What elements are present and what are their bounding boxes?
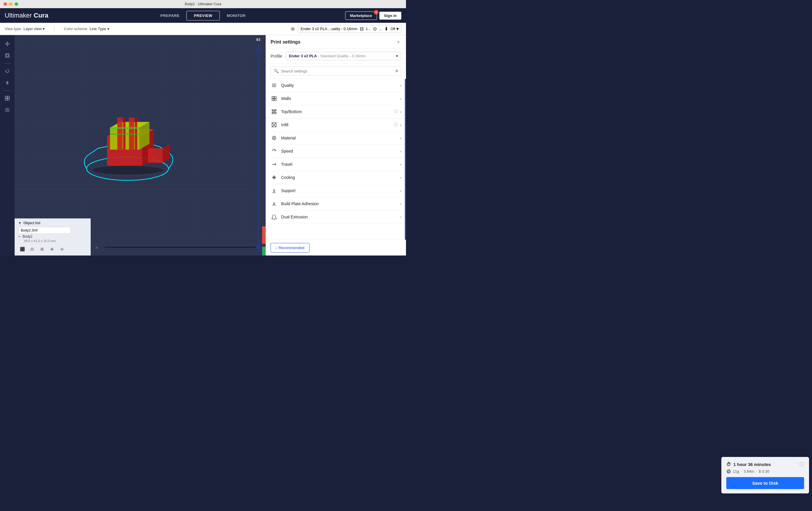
cooling-actions: › [400, 175, 401, 180]
tab-monitor[interactable]: MONITOR [220, 11, 253, 21]
marketplace-badge: 1 [374, 10, 378, 14]
object-delete-icon[interactable]: ⊖ [58, 245, 66, 253]
grid-tool-button[interactable] [2, 93, 12, 103]
chevron-down-icon: ▾ [396, 54, 398, 58]
infill-info-icon[interactable]: ⓘ [394, 122, 398, 127]
object-file-input[interactable] [18, 227, 71, 234]
window-controls[interactable] [3, 2, 18, 6]
recommended-row: ‹ Recommended [266, 240, 406, 256]
svg-rect-22 [110, 127, 139, 129]
settings-list: Quality › Walls › [266, 79, 406, 240]
save-icon: ⬇ [384, 26, 388, 32]
speed-label: Speed [281, 149, 397, 153]
edit-icon[interactable]: ✏ [18, 235, 21, 239]
settings-item-infill[interactable]: Infill ⓘ › [266, 118, 406, 131]
settings-item-cooling[interactable]: Cooling › [266, 171, 406, 184]
minimize-button[interactable] [9, 2, 12, 6]
speed-chevron: › [400, 149, 401, 153]
svg-marker-25 [163, 144, 170, 163]
settings-item-buildplate[interactable]: Build Plate Adhesion › [266, 197, 406, 210]
topbottom-label: Top/Bottom [281, 109, 390, 114]
rotate-tool-button[interactable] [2, 66, 12, 76]
svg-rect-30 [274, 99, 276, 100]
buildplate-chevron: › [400, 202, 401, 206]
layer-handle-top[interactable] [256, 47, 261, 52]
support-actions: › [400, 188, 401, 193]
object-duplicate-icon[interactable]: ⊕ [48, 245, 56, 253]
search-input[interactable] [281, 69, 393, 73]
settings-item-support[interactable]: Support › [266, 184, 406, 197]
settings-icon[interactable] [290, 26, 296, 32]
svg-rect-4 [8, 96, 9, 98]
cooling-label: Cooling [281, 175, 397, 180]
green-mark [262, 247, 266, 256]
settings-item-speed[interactable]: Speed › [266, 145, 406, 158]
settings-item-material[interactable]: Material › [266, 131, 406, 145]
settings-blue-bar [405, 79, 406, 240]
signin-button[interactable]: Sign in [379, 12, 401, 20]
svg-rect-29 [272, 99, 274, 100]
settings-item-walls[interactable]: Walls › [266, 92, 406, 105]
svg-rect-6 [8, 98, 9, 100]
app-name-light: Ultimaker [5, 12, 32, 19]
view-type-select[interactable]: Layer view ▾ [23, 27, 45, 31]
filter-icon[interactable]: ≡ [396, 68, 398, 74]
scale-tool-button[interactable] [2, 50, 12, 61]
nav-right: Marketplace 1 Sign in [345, 11, 402, 20]
progress-track[interactable] [104, 247, 260, 248]
buildplate-icon [270, 200, 278, 207]
profile-select[interactable]: Ender 3 v2 PLA - Standard Quality - 0.16… [286, 52, 401, 60]
panel-close-button[interactable]: × [396, 39, 401, 45]
recommended-button[interactable]: ‹ Recommended [270, 243, 310, 252]
play-button[interactable]: ▶ [94, 244, 100, 251]
object-cube-icon[interactable]: ⬛ [18, 245, 26, 253]
nozzle-icon: ⊙ [373, 26, 377, 32]
object-item: ✏ Body2 [18, 234, 87, 239]
tab-preview[interactable]: PREVIEW [186, 11, 220, 21]
settings-item-topbottom[interactable]: Top/Bottom ⓘ › [266, 105, 406, 118]
marketplace-button[interactable]: Marketplace 1 [345, 11, 377, 20]
tool-separator-2 [3, 90, 11, 91]
quality-chevron: › [400, 83, 401, 88]
titlebar: Body2 - Ultimaker Cura [0, 0, 406, 8]
speed-icon [270, 148, 278, 155]
mirror-tool-button[interactable] [2, 78, 12, 88]
settings-item-travel[interactable]: Travel › [266, 158, 406, 171]
close-button[interactable] [3, 2, 7, 6]
nozzle-dots: ... [379, 27, 382, 31]
main-area: ▼ Object list ✏ Body2 48.0 x 41.5 x 15.0… [0, 35, 406, 256]
maximize-button[interactable] [14, 2, 18, 6]
top-navigation: Ultimaker Cura PREPARE PREVIEW MONITOR M… [0, 8, 406, 23]
move-tool-button[interactable] [2, 38, 12, 49]
viewport[interactable]: ▼ Object list ✏ Body2 48.0 x 41.5 x 15.0… [14, 35, 266, 256]
object-icon-buttons: ⬛ ⊟ ⊞ ⊕ ⊖ [18, 245, 87, 253]
color-scheme-select[interactable]: Line Type ▾ [89, 27, 109, 31]
3d-model [72, 101, 183, 189]
travel-chevron: › [400, 162, 401, 167]
layer-count: 1... [366, 27, 371, 31]
dualextrusion-label: Dual Extrusion [281, 215, 397, 219]
layer-track[interactable] [257, 43, 259, 253]
settings-item-dualextrusion[interactable]: Dual Extrusion › [266, 210, 406, 223]
color-scheme-label: Color scheme [64, 27, 87, 31]
settings-item-quality[interactable]: Quality › [266, 79, 406, 92]
topbottom-info-icon[interactable]: ⓘ [394, 109, 398, 114]
profile-name: Ender 3 v2 PLA [289, 54, 317, 58]
svg-rect-27 [272, 96, 274, 98]
object-grid-icon[interactable]: ⊞ [38, 245, 46, 253]
profile-label: Profile [270, 54, 282, 58]
walls-label: Walls [281, 96, 397, 101]
object-name: Body2 [23, 235, 32, 239]
svg-rect-2 [6, 54, 8, 56]
layer-handle-bottom[interactable] [256, 244, 261, 249]
printer-selector[interactable]: Ender 3 v2 PLA ...uality - 0.16mm ⊟ 1...… [298, 25, 401, 33]
svg-point-34 [272, 136, 276, 140]
walls-chevron: › [400, 96, 401, 101]
tab-prepare[interactable]: PREPARE [153, 11, 186, 21]
layer-slider[interactable]: 93 [254, 35, 263, 256]
profile-row: Profile Ender 3 v2 PLA - Standard Qualit… [266, 49, 406, 63]
svg-rect-23 [110, 133, 139, 135]
svg-point-0 [292, 28, 293, 30]
support-tool-button[interactable] [2, 104, 12, 115]
object-layer-icon[interactable]: ⊟ [28, 245, 36, 253]
